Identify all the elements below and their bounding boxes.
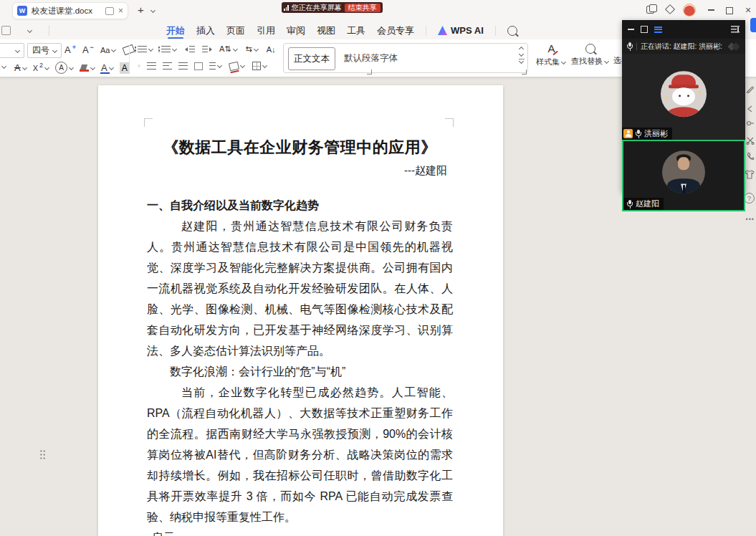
tab-preview-icon[interactable] (105, 7, 114, 15)
participant-name: 洪丽彬 (644, 128, 668, 139)
search-icon[interactable] (507, 26, 517, 36)
phone-tool-icon[interactable] (746, 152, 755, 161)
tab-member[interactable]: 会员专享 (377, 21, 414, 39)
participant-avatar (662, 150, 705, 193)
highlight-pen-icon[interactable] (80, 64, 96, 72)
tab-reference[interactable]: 引用 (257, 21, 275, 39)
tab-close-icon[interactable]: × (118, 6, 123, 15)
style-default-font[interactable]: 默认段落字体 (344, 44, 398, 72)
tab-insert[interactable]: 插入 (196, 21, 215, 39)
chevron-tool-icon[interactable] (746, 105, 755, 113)
host-badge-icon (623, 129, 633, 138)
meeting-panel: 正在讲话: 赵建阳: 洪丽彬: 洪丽彬 赵建阳 (622, 20, 745, 192)
edit-pen-icon[interactable] (746, 85, 755, 93)
doc-byline: ---赵建阳 (147, 160, 453, 181)
scissors-icon[interactable] (746, 136, 755, 145)
skin-box-icon[interactable] (665, 4, 675, 14)
decrease-font-icon[interactable]: A− (82, 44, 94, 55)
right-sidebar-strip: ? ••• (745, 77, 756, 536)
superscript-icon[interactable]: X2 (33, 64, 50, 72)
new-tab-button[interactable]: + (138, 4, 144, 16)
doc-paragraph: 赵建阳，贵州通达智慧信息技术有限公司财务负责人。贵州通达智慧信息技术有限公司是中… (147, 216, 453, 361)
screen-share-banner: 您正在共享屏幕 结束共享 (282, 2, 383, 13)
title-bar: W 校友进课堂.docx × + 您正在共享屏幕 结束共享 × (0, 0, 756, 21)
style-chip-bodytext[interactable]: 正文文本 (288, 47, 335, 70)
panel-menu-icon[interactable] (654, 27, 662, 33)
text-direction-icon[interactable]: A⇅ (219, 44, 239, 54)
restore-button[interactable] (726, 7, 733, 14)
divider (426, 26, 426, 36)
borders-icon[interactable] (252, 62, 268, 70)
ribbon-tabs: 开始 插入 页面 引用 审阅 视图 工具 会员专享 WPS AI (166, 21, 517, 39)
wps-writer-icon: W (17, 6, 27, 16)
participant-tile-speaking[interactable]: 赵建阳 (622, 140, 745, 211)
document-tab-title: 校友进课堂.docx (32, 6, 101, 16)
participant-tile[interactable]: 洪丽彬 (622, 54, 745, 140)
styles-spinner[interactable] (519, 46, 525, 64)
participant-name-tag: 赵建阳 (623, 198, 664, 210)
combo-chevron-icon[interactable] (1, 64, 7, 69)
end-share-button[interactable]: 结束共享 (345, 4, 381, 12)
paragraph-drag-handle[interactable] (39, 449, 46, 459)
tab-wps-ai[interactable]: WPS AI (438, 25, 484, 36)
strikethrough-icon[interactable]: A (14, 62, 28, 73)
increase-indent-icon[interactable] (202, 46, 212, 53)
sort-icon[interactable]: A↓ (267, 45, 276, 54)
edge-panel-button[interactable] (750, 18, 756, 32)
line-spacing-icon[interactable] (209, 62, 223, 70)
quick-access-icon[interactable] (1, 26, 11, 35)
find-replace-button[interactable]: 查找替换 (571, 42, 610, 67)
paragraph-row2 (138, 62, 268, 70)
quick-access-chevron-icon[interactable] (27, 29, 33, 33)
style-set-button[interactable]: A 样式集 (536, 42, 567, 67)
character-shading-icon[interactable]: A (120, 62, 130, 74)
tab-view[interactable]: 视图 (317, 21, 335, 39)
skin-shirt-icon[interactable] (745, 170, 755, 179)
decrease-indent-icon[interactable] (185, 46, 195, 53)
minimize-button[interactable] (708, 9, 714, 11)
tab-home[interactable]: 开始 (166, 21, 185, 39)
tab-page[interactable]: 页面 (226, 21, 245, 39)
switch-window-icon[interactable] (646, 6, 654, 14)
font-buttons-row: A+ A− Aa (64, 44, 134, 55)
align-center-icon[interactable] (147, 62, 156, 70)
panel-window-icon[interactable] (641, 26, 648, 33)
tab-list-chevron-icon[interactable] (150, 9, 156, 13)
font-size-combo[interactable]: 四号 (27, 43, 62, 58)
close-button[interactable]: × (745, 6, 751, 14)
panel-minimize-icon[interactable] (628, 29, 634, 30)
font-color-icon[interactable]: A (101, 64, 115, 72)
align-right-icon[interactable] (163, 62, 172, 70)
dialog-launcher-icon[interactable] (367, 70, 372, 75)
text-rotate-icon[interactable]: ⇆ (246, 44, 259, 54)
more-icon[interactable]: ••• (746, 216, 755, 223)
font-name-combo[interactable] (0, 43, 24, 58)
increase-font-icon[interactable]: A+ (64, 44, 76, 55)
tab-review[interactable]: 审阅 (287, 21, 305, 39)
document-page[interactable]: 《数据工具在企业财务管理中的应用》 ---赵建阳 一、自我介绍以及当前数字化趋势… (98, 85, 503, 536)
justify-icon[interactable] (178, 62, 188, 70)
wps-ai-logo-icon (438, 26, 447, 35)
panel-collapse-icon[interactable] (731, 26, 740, 33)
doc-paragraph: 启示： (147, 527, 453, 536)
wps-window: W 校友进课堂.docx × + 您正在共享屏幕 结束共享 × 开始 插入 页面… (0, 0, 756, 536)
align-left-icon[interactable] (138, 64, 140, 67)
change-case-icon[interactable]: Aa (100, 46, 117, 54)
numbered-list-icon[interactable] (161, 46, 178, 53)
document-tab[interactable]: W 校友进课堂.docx × (12, 2, 128, 19)
participant-avatar (661, 71, 707, 117)
speaking-text: 正在讲话: 赵建阳: 洪丽彬: (641, 42, 722, 52)
enclose-character-icon[interactable]: A (55, 62, 75, 74)
help-icon[interactable]: ? (744, 193, 755, 204)
mic-icon (636, 130, 641, 138)
style-set-icon: A (547, 42, 555, 54)
account-avatar[interactable] (683, 4, 696, 16)
tab-tools[interactable]: 工具 (347, 21, 365, 39)
toggle-tool-icon[interactable] (746, 119, 755, 128)
dialog-launcher-icon[interactable] (522, 70, 527, 75)
divider (636, 43, 637, 50)
distribute-icon[interactable] (194, 62, 203, 70)
styles-gallery: 正文文本 默认段落字体 (283, 43, 528, 73)
shading-bucket-icon[interactable] (229, 62, 246, 70)
bullet-list-icon[interactable] (138, 46, 154, 53)
